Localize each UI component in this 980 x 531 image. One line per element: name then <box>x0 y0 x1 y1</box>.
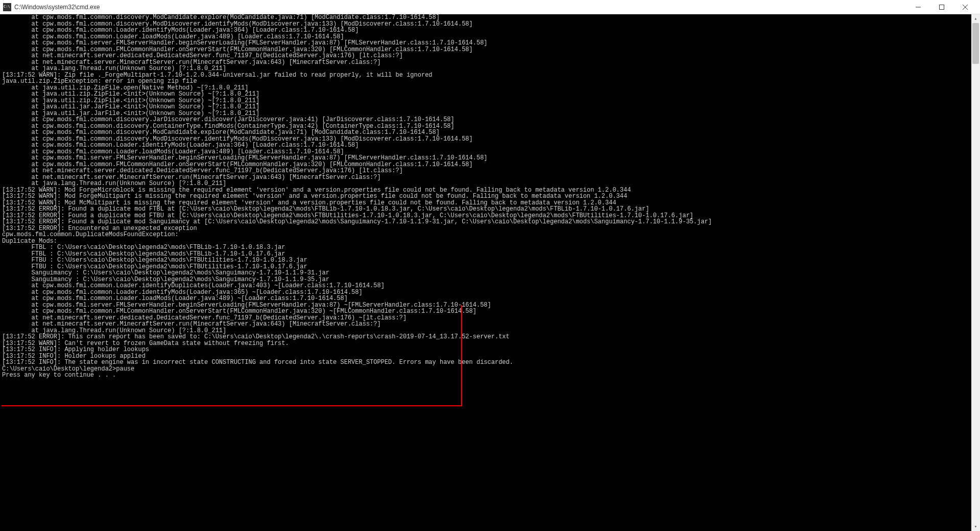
terminal-output[interactable]: at cpw.mods.fml.common.discovery.ModCand… <box>0 14 980 531</box>
log-line: at net.minecraft.server.dedicated.Dedica… <box>2 168 978 174</box>
minimize-button[interactable] <box>906 0 930 14</box>
log-line: at net.minecraft.server.dedicated.Dedica… <box>2 53 978 59</box>
log-line: C:\Users\caio\Desktop\legenda2>pause <box>2 366 978 373</box>
log-line: at java.lang.Thread.run(Unknown Source) … <box>2 180 978 187</box>
window-titlebar: C:\Windows\system32\cmd.exe <box>0 0 980 14</box>
log-line: [13:17:52 INFO]: Applying holder lookups <box>2 347 978 353</box>
log-line: Sanguimancy : C:\Users\caio\Desktop\lege… <box>2 270 978 276</box>
log-line: Press any key to continue . . . <box>2 372 978 379</box>
log-line: at cpw.mods.fml.server.FMLServerHandler.… <box>2 155 978 161</box>
log-line: [13:17:52 ERROR]: Found a duplicate mod … <box>2 206 978 213</box>
log-line: java.util.zip.ZipException: error in ope… <box>2 78 978 85</box>
window-title: C:\Windows\system32\cmd.exe <box>14 4 906 11</box>
scrollbar-up-arrow[interactable]: ▴ <box>971 14 980 23</box>
log-line: at cpw.mods.fml.common.FMLCommonHandler.… <box>2 308 978 315</box>
maximize-icon <box>939 5 944 10</box>
log-line: at cpw.mods.fml.common.discovery.ModCand… <box>2 129 978 136</box>
terminal-wrapper: at cpw.mods.fml.common.discovery.ModCand… <box>0 14 980 531</box>
log-line: at cpw.mods.fml.common.Loader.identifyDu… <box>2 283 978 289</box>
scrollbar-thumb[interactable] <box>972 23 979 64</box>
close-button[interactable] <box>953 0 977 14</box>
log-line: at java.util.zip.ZipFile.<init>(Unknown … <box>2 91 978 98</box>
vertical-scrollbar[interactable]: ▴ ▾ <box>971 14 980 531</box>
titlebar-buttons <box>906 0 977 14</box>
log-line: at cpw.mods.fml.server.FMLServerHandler.… <box>2 40 978 47</box>
minimize-icon <box>916 5 921 10</box>
scrollbar-track[interactable] <box>971 23 980 522</box>
log-line: at java.lang.Thread.run(Unknown Source) … <box>2 65 978 72</box>
log-line: at cpw.mods.fml.common.Loader.identifyMo… <box>2 142 978 149</box>
log-line: [13:17:52 WARN]: Mod ForgeMultipart is m… <box>2 193 978 200</box>
log-line: at net.minecraft.server.MinecraftServer.… <box>2 321 978 328</box>
maximize-button[interactable] <box>930 0 953 14</box>
log-line: FTBU : C:\Users\caio\Desktop\legenda2\mo… <box>2 257 978 264</box>
scrollbar-down-arrow[interactable]: ▾ <box>971 522 980 531</box>
svg-rect-1 <box>940 5 944 9</box>
log-line: at cpw.mods.fml.common.Loader.loadMods(L… <box>2 295 978 302</box>
close-icon <box>963 5 968 10</box>
log-line: cpw.mods.fml.common.DuplicateModsFoundEx… <box>2 232 978 238</box>
log-line: at java.util.jar.JarFile.<init>(Unknown … <box>2 104 978 110</box>
log-line: [13:17:52 INFO]: The state engine was in… <box>2 359 978 366</box>
cmd-icon <box>3 3 11 11</box>
log-line: at cpw.mods.fml.common.discovery.ModCand… <box>2 14 978 21</box>
log-line: FTBL : C:\Users\caio\Desktop\legenda2\mo… <box>2 244 978 251</box>
log-line: at cpw.mods.fml.common.discovery.JarDisc… <box>2 117 978 123</box>
log-line: [13:17:52 ERROR]: This crash report has … <box>2 334 978 340</box>
log-line: at cpw.mods.fml.common.Loader.identifyMo… <box>2 27 978 34</box>
log-line: [13:17:52 ERROR]: Found a duplicate mod … <box>2 219 978 225</box>
